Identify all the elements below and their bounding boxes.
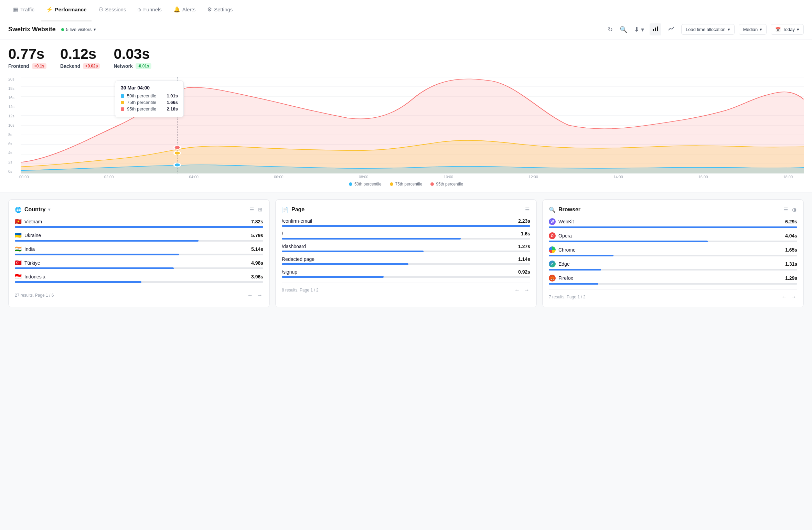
chevron-down-icon: ▾ <box>797 27 799 32</box>
browser-panel-actions: ☰ ◑ <box>783 206 797 213</box>
page-row-1: / 1.6s <box>282 231 530 240</box>
filter-icon[interactable]: ☰ <box>524 206 530 213</box>
country-row-2: 🇮🇳India 5.14s <box>15 246 263 255</box>
backend-label: Backend <box>60 63 80 69</box>
country-row-0: 🇻🇳Vietnam 7.82s <box>15 218 263 228</box>
frontend-badge: +0.1s <box>32 63 46 69</box>
country-row-4: 🇮🇩Indonesia 3.96s <box>15 273 263 283</box>
chevron-down-icon: ▾ <box>728 27 730 32</box>
network-value: 0.03s <box>114 47 151 61</box>
page-row-4: /signup 0.92s <box>282 269 530 278</box>
chrome-icon <box>549 246 556 253</box>
country-panel: 🌐 Country ▾ ☰ ⊞ 🇻🇳Vietnam 7.82s 🇺🇦Ukrain… <box>8 199 270 307</box>
svg-point-17 <box>174 163 181 167</box>
backend-value: 0.12s <box>60 47 100 61</box>
date-dropdown[interactable]: 📅 Today ▾ <box>771 24 804 35</box>
page-row-3: Redacted page 1.14s <box>282 256 530 265</box>
legend-dot-75 <box>390 182 393 186</box>
legend-dot-95 <box>430 182 434 186</box>
pie-chart-icon[interactable]: ◑ <box>791 206 797 213</box>
tooltip-row-75: 75th percentile 1.66s <box>121 100 178 105</box>
svg-rect-1 <box>655 28 656 31</box>
network-metric: 0.03s Network -0.01s <box>114 47 151 69</box>
page-panel-footer: 8 results. Page 1 / 2 ← → <box>282 283 530 294</box>
country-panel-actions: ☰ ⊞ <box>249 206 263 213</box>
frontend-label: Frontend <box>8 63 29 69</box>
browser-panel-header: 🔍 Browser ☰ ◑ <box>549 206 797 213</box>
funnels-icon: ⌽ <box>138 7 141 13</box>
chart-wrap[interactable]: 20s 18s 16s 14s 12s 10s 8s 6s 4s 2s 0s <box>8 77 804 173</box>
nav-traffic[interactable]: ▦ Traffic <box>8 3 39 15</box>
edge-icon: e <box>549 261 556 267</box>
browser-panel: 🔍 Browser ☰ ◑ W WebKit 6.29s O <box>542 199 804 307</box>
tooltip-dot-95 <box>121 107 124 111</box>
browser-row-4: 🦊 Firefox 1.29s <box>549 275 797 285</box>
tooltip-row-50: 50th percentile 1.01s <box>121 93 178 98</box>
frontend-metric: 0.77s Frontend +0.1s <box>8 47 46 69</box>
line-chart-button[interactable] <box>665 23 677 35</box>
y-axis-labels: 20s 18s 16s 14s 12s 10s 8s 6s 4s 2s 0s <box>8 77 19 173</box>
country-panel-title: 🌐 Country ▾ <box>15 206 50 213</box>
backend-badge: +0.02s <box>83 63 100 69</box>
traffic-icon: ▦ <box>13 6 18 13</box>
page-icon: 📄 <box>282 206 289 213</box>
country-row-1: 🇺🇦Ukraine 5.79s <box>15 232 263 242</box>
firefox-icon: 🦊 <box>549 275 556 282</box>
performance-chart-container: 20s 18s 16s 14s 12s 10s 8s 6s 4s 2s 0s <box>0 72 812 192</box>
live-visitors-badge[interactable]: 5 live visitors ▾ <box>61 27 96 32</box>
sessions-icon: ⚇ <box>98 6 103 13</box>
legend-dot-50 <box>349 182 352 186</box>
bar-chart-button[interactable] <box>650 23 661 35</box>
page-prev-btn[interactable]: ← <box>514 286 521 294</box>
page-panel-actions: ☰ <box>524 206 530 213</box>
nav-funnels[interactable]: ⌽ Funnels <box>133 4 166 15</box>
metrics-bar: 0.77s Frontend +0.1s 0.12s Backend +0.02… <box>0 40 812 72</box>
webkit-icon: W <box>549 218 556 225</box>
map-icon[interactable]: ⊞ <box>257 206 263 213</box>
chevron-down-icon: ▾ <box>760 27 762 32</box>
nav-performance[interactable]: ⚡ Performance <box>41 3 92 15</box>
chevron-down-icon: ▾ <box>94 27 96 32</box>
opera-icon: O <box>549 232 556 239</box>
nav-settings[interactable]: ⚙ Settings <box>202 3 237 15</box>
nav-alerts[interactable]: 🔔 Alerts <box>169 3 200 15</box>
page-page-nav: ← → <box>514 286 530 294</box>
search-button[interactable]: 🔍 <box>618 24 629 35</box>
tooltip-row-95: 95th percentile 2.18s <box>121 106 178 112</box>
legend-75: 75th percentile <box>390 182 423 187</box>
chevron-down-icon[interactable]: ▾ <box>48 207 50 212</box>
download-button[interactable]: ⬇ ▾ <box>633 24 645 35</box>
svg-rect-2 <box>657 26 658 31</box>
calendar-icon: 📅 <box>775 27 781 32</box>
page-panel-title: 📄 Page <box>282 206 304 213</box>
site-title: Swetrix Website <box>8 26 56 33</box>
tooltip-dot-50 <box>121 94 124 98</box>
browser-next-btn[interactable]: → <box>790 293 797 301</box>
legend-50: 50th percentile <box>349 182 382 187</box>
median-dropdown[interactable]: Median ▾ <box>739 24 767 35</box>
browser-row-2: Chrome 1.65s <box>549 246 797 256</box>
frontend-value: 0.77s <box>8 47 46 61</box>
refresh-button[interactable]: ↻ <box>606 24 614 35</box>
page-next-btn[interactable]: → <box>523 286 530 294</box>
browser-panel-title: 🔍 Browser <box>549 206 580 213</box>
browser-row-1: O Opera 4.04s <box>549 232 797 242</box>
country-row-3: 🇹🇷Türkiye 4.98s <box>15 259 263 269</box>
network-badge: -0.01s <box>136 63 151 69</box>
svg-rect-0 <box>653 29 654 31</box>
nav-sessions[interactable]: ⚇ Sessions <box>94 3 131 15</box>
filter-icon[interactable]: ☰ <box>249 206 255 213</box>
load-time-dropdown[interactable]: Load time allocation ▾ <box>681 24 735 35</box>
network-label: Network <box>114 63 132 69</box>
browser-prev-btn[interactable]: ← <box>781 293 788 301</box>
legend-95: 95th percentile <box>430 182 463 187</box>
filter-icon[interactable]: ☰ <box>783 206 789 213</box>
country-prev-btn[interactable]: ← <box>247 292 254 299</box>
country-panel-footer: 27 results. Page 1 / 6 ← → <box>15 288 263 299</box>
country-panel-header: 🌐 Country ▾ ☰ ⊞ <box>15 206 263 213</box>
browser-row-0: W WebKit 6.29s <box>549 218 797 228</box>
performance-icon: ⚡ <box>46 6 53 13</box>
page-panel-header: 📄 Page ☰ <box>282 206 530 213</box>
tooltip-date: 30 Mar 04:00 <box>121 85 178 91</box>
country-next-btn[interactable]: → <box>256 292 263 299</box>
